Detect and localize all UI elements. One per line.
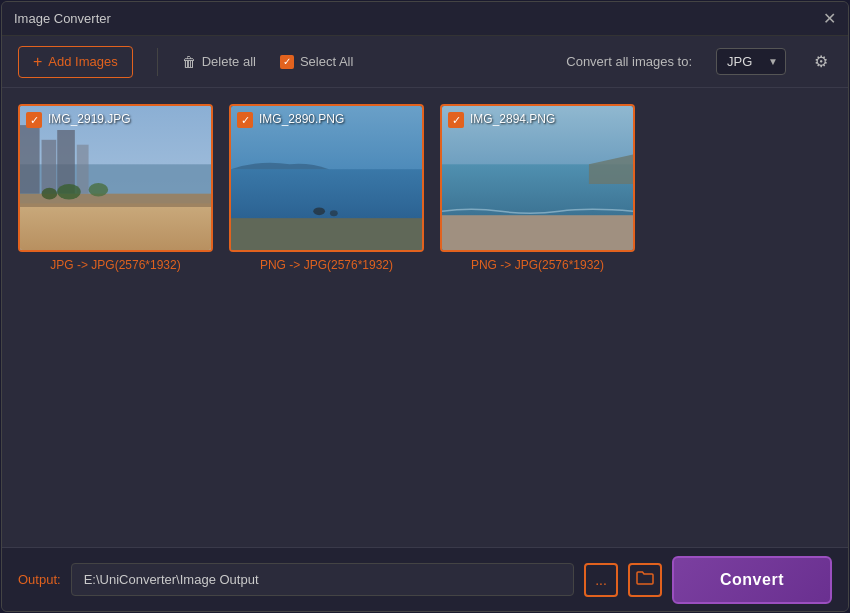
image-thumbnail [442,106,633,250]
title-bar: Image Converter ✕ [2,2,848,36]
image-filename-2: IMG_2890.PNG [259,112,416,126]
delete-all-button[interactable]: 🗑 Delete all [182,54,256,70]
thumbnail-svg [20,106,211,250]
convert-to-label: Convert all images to: [566,54,692,69]
select-all-button[interactable]: ✓ Select All [280,54,353,69]
image-checkbox-2[interactable]: ✓ [237,112,253,128]
select-all-label: Select All [300,54,353,69]
bottom-bar: Output: ... Convert [2,547,848,611]
svg-rect-5 [42,140,57,194]
svg-rect-4 [20,125,40,194]
image-card: ✓ IMG_2894.PNG PNG -> JPG(2576*1932) [440,104,635,272]
format-dropdown[interactable]: JPG PNG BMP TIFF WEBP GIF [716,48,786,75]
settings-button[interactable]: ⚙ [810,48,832,75]
image-info-2: PNG -> JPG(2576*1932) [260,258,393,272]
content-area: ✓ IMG_2919.JPG JPG -> JPG(2576*1932) [2,88,848,547]
images-grid: ✓ IMG_2919.JPG JPG -> JPG(2576*1932) [18,104,832,272]
delete-all-label: Delete all [202,54,256,69]
svg-rect-13 [231,218,422,250]
app-window: Image Converter ✕ + Add Images 🗑 Delete … [1,1,849,612]
image-info-3: PNG -> JPG(2576*1932) [471,258,604,272]
image-wrapper: ✓ IMG_2894.PNG [440,104,635,252]
image-wrapper: ✓ IMG_2890.PNG [229,104,424,252]
image-card: ✓ IMG_2890.PNG PNG -> JPG(2576*1932) [229,104,424,272]
image-card: ✓ IMG_2919.JPG JPG -> JPG(2576*1932) [18,104,213,272]
select-all-checkbox: ✓ [280,55,294,69]
window-title: Image Converter [14,11,111,26]
add-images-label: Add Images [48,54,117,69]
thumbnail-svg-2 [231,106,422,250]
svg-point-15 [330,210,338,216]
svg-rect-6 [57,130,75,194]
svg-point-8 [57,184,81,200]
image-filename-3: IMG_2894.PNG [470,112,627,126]
svg-point-14 [313,207,325,215]
close-button[interactable]: ✕ [823,11,836,27]
svg-point-10 [42,188,58,200]
convert-button[interactable]: Convert [672,556,832,604]
toolbar: + Add Images 🗑 Delete all ✓ Select All C… [2,36,848,88]
output-path-input[interactable] [71,563,574,596]
folder-icon [636,570,654,589]
svg-point-9 [89,183,109,197]
image-thumbnail [231,106,422,250]
thumbnail-svg-3 [442,106,633,250]
image-wrapper: ✓ IMG_2919.JPG [18,104,213,252]
gear-icon: ⚙ [814,53,828,70]
image-filename-1: IMG_2919.JPG [48,112,205,126]
svg-rect-12 [231,169,422,223]
image-checkbox-3[interactable]: ✓ [448,112,464,128]
format-dropdown-wrapper: JPG PNG BMP TIFF WEBP GIF ▼ [716,48,786,75]
browse-button[interactable]: ... [584,563,618,597]
svg-rect-7 [77,145,89,194]
plus-icon: + [33,53,42,71]
toolbar-divider [157,48,158,76]
svg-rect-18 [442,215,633,250]
trash-icon: 🗑 [182,54,196,70]
image-info-1: JPG -> JPG(2576*1932) [50,258,180,272]
output-label: Output: [18,572,61,587]
add-images-button[interactable]: + Add Images [18,46,133,78]
svg-rect-2 [20,203,211,232]
image-checkbox-1[interactable]: ✓ [26,112,42,128]
image-thumbnail [20,106,211,250]
open-folder-button[interactable] [628,563,662,597]
